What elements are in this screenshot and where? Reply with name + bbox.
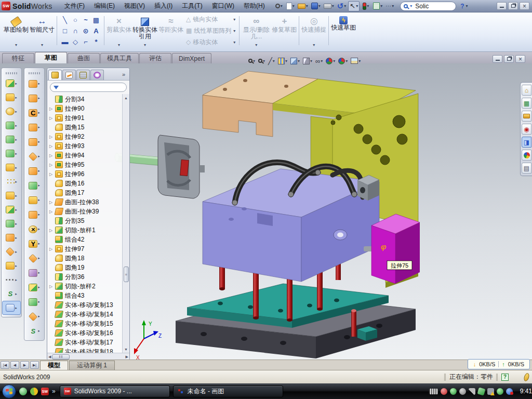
menu-item[interactable]: 窗口(W) — [207, 0, 239, 12]
dropdown-arrow-icon[interactable]: ▸ — [38, 154, 40, 158]
antivirus-tray-icon[interactable] — [441, 388, 447, 395]
feature-tree-item[interactable]: ▷ 拉伸95 — [49, 160, 122, 169]
ribbon-tab[interactable]: 特征 — [2, 53, 34, 63]
rectangle-tool[interactable]: □ — [60, 25, 70, 36]
sketch-text-tool[interactable]: A — [91, 25, 101, 36]
quick-snaps-button[interactable]: ◎ 快速捕捉 ▾ — [301, 14, 327, 47]
dropdown-arrow-icon[interactable]: ▸ — [15, 278, 17, 282]
feature-tree-item[interactable]: ▷ 圆角19 — [49, 263, 122, 272]
dropdown-arrow-icon[interactable]: ▾ — [41, 43, 43, 47]
dropdown-arrow-icon[interactable]: ▸ — [38, 169, 40, 173]
solidworks-resources-tab[interactable]: ⌂ — [522, 85, 531, 96]
extruded-boss-button[interactable]: ▸ — [2, 76, 21, 90]
dropdown-arrow-icon[interactable]: ▾ — [367, 4, 369, 8]
zoom-area-icon[interactable]: ▾ — [258, 59, 265, 63]
dropdown-arrow-icon[interactable]: ▸ — [15, 250, 17, 254]
feature-tree-item[interactable]: ▷ 拉伸91 — [49, 113, 122, 123]
configurationmanager-tab[interactable] — [76, 70, 90, 80]
section-view-icon[interactable]: ▾ — [278, 58, 287, 64]
line-tool[interactable]: ╲ — [60, 15, 70, 25]
taskbar-button-solidworks[interactable]: SW SolidWorks 2009 - ... — [60, 385, 170, 397]
boundary-surface-button[interactable]: ▸ — [25, 178, 44, 193]
linear-sketch-pattern-button[interactable]: ▦ 线性草图阵列 ▾ — [186, 25, 235, 36]
keyboard-tray-icon[interactable] — [429, 389, 438, 394]
customize-button[interactable]: ⋯ ▾ — [384, 1, 395, 11]
combine-button[interactable]: ▸ — [2, 189, 21, 203]
core-button[interactable]: ▸ — [25, 295, 44, 309]
dropdown-arrow-icon[interactable]: ▸ — [38, 285, 40, 289]
custom-properties-tab[interactable]: ▤ — [522, 163, 531, 174]
feature-tree-item[interactable]: ▷ 实体-移动/复制15 — [49, 319, 122, 328]
offset-surface-button[interactable]: ▸ — [25, 149, 44, 164]
fitting-block-gray[interactable] — [357, 175, 379, 201]
reference-plane-button[interactable]: ▸ — [2, 259, 21, 273]
feature-tree-item[interactable]: ▷ 拉伸93 — [49, 141, 122, 151]
dropdown-arrow-icon[interactable]: ▾ — [285, 59, 287, 63]
feature-tree-item[interactable]: ▷ 实体-移动/复制16 — [49, 328, 122, 338]
network-warning-tray-icon[interactable] — [487, 388, 494, 395]
security-shield-tray-icon[interactable] — [450, 388, 457, 395]
shut-off-surfaces-button[interactable]: ▸ — [25, 251, 44, 265]
linear-pattern-button[interactable]: ▸ — [2, 175, 21, 189]
dropdown-arrow-icon[interactable]: ▾ — [144, 43, 146, 47]
menu-item[interactable]: 编辑(E) — [89, 0, 119, 12]
doc-minimize-button[interactable] — [493, 55, 502, 63]
view-orientation-icon[interactable]: ▾ — [290, 58, 300, 64]
feature-tree-item[interactable]: ▷ 曲面-拉伸39 — [49, 207, 122, 216]
rib-button[interactable]: ▸ — [2, 147, 21, 161]
expand-arrow-icon[interactable]: ▷ — [49, 153, 55, 158]
dropdown-arrow-icon[interactable]: ▸ — [38, 329, 40, 333]
tree-filter-input[interactable] — [50, 83, 127, 92]
dropdown-arrow-icon[interactable]: ▾ — [298, 59, 300, 63]
feature-tree-item[interactable]: ▷ 实体-移动/复制13 — [49, 300, 122, 310]
swept-surface-button[interactable]: ▸ — [25, 76, 44, 91]
dropdown-arrow-icon[interactable]: ▸ — [38, 212, 40, 217]
restore-button[interactable] — [508, 2, 518, 10]
tab-nav-button[interactable]: ▶| — [30, 361, 39, 369]
feature-tree-item[interactable]: ▷ 圆角15 — [49, 123, 122, 132]
solidworks-content-tab[interactable]: ◉ — [522, 124, 531, 135]
extruded-surface-button[interactable]: C ▸ — [25, 105, 44, 120]
knit-surface-button[interactable]: ▸ — [25, 135, 44, 149]
messenger-tray-icon[interactable] — [506, 388, 513, 395]
move-entities-button[interactable]: ◇ 移动实体 ▾ — [186, 37, 235, 47]
dropdown-arrow-icon[interactable]: ▸ — [38, 125, 40, 129]
parting-lines-button[interactable]: Y ▸ — [25, 236, 44, 251]
dropdown-arrow-icon[interactable]: ▸ — [15, 166, 17, 170]
search-box[interactable]: ▾ — [400, 2, 456, 11]
revolved-surface-button[interactable]: ▸ — [25, 91, 44, 105]
save-button[interactable]: ▾ — [310, 1, 322, 11]
dropdown-arrow-icon[interactable]: ▾ — [333, 59, 335, 63]
dropdown-arrow-icon[interactable]: ▾ — [310, 59, 312, 63]
messenger-quicklaunch-icon[interactable] — [19, 388, 27, 395]
dropdown-arrow-icon[interactable]: ▾ — [318, 4, 321, 8]
update-tray-icon[interactable] — [459, 388, 466, 395]
undo-button[interactable]: ↺ ▾ — [336, 1, 348, 11]
zoom-fit-icon[interactable]: ▾ — [248, 59, 255, 63]
feature-tree-item[interactable]: ▷ 拉伸97 — [49, 244, 122, 254]
scale-button[interactable]: ▸ — [2, 217, 21, 231]
feature-tree-item[interactable]: ▷ 圆角18 — [49, 254, 122, 263]
model-tab[interactable]: 运动算例 1 — [69, 361, 115, 370]
menu-item[interactable]: 帮助(H) — [239, 0, 270, 12]
spline-tool[interactable]: ~ — [81, 15, 91, 25]
menu-item[interactable]: 视图(V) — [119, 0, 150, 12]
ellipse-tool[interactable]: ⊙ — [81, 25, 91, 36]
feature-tree-item[interactable]: ▷ 组合42 — [49, 235, 122, 244]
dropdown-arrow-icon[interactable]: ▸ — [15, 292, 17, 296]
apply-scene-icon[interactable]: ▾ — [338, 58, 348, 64]
rapid-sketch-button[interactable]: ϟ 快速草图 — [330, 14, 356, 47]
feature-tree-item[interactable]: ▷ 圆角16 — [49, 179, 122, 188]
expand-arrow-icon[interactable]: ▷ — [49, 135, 55, 139]
dropdown-arrow-icon[interactable]: ▸ — [15, 138, 17, 142]
slot-tool[interactable]: ▬ — [60, 36, 70, 47]
dropdown-arrow-icon[interactable]: ▸ — [15, 96, 17, 100]
dropdown-arrow-icon[interactable]: ▸ — [15, 236, 17, 240]
dropdown-arrow-icon[interactable]: ▸ — [38, 256, 40, 260]
instant3d-toggle[interactable]: ▸ — [2, 301, 21, 315]
dropdown-arrow-icon[interactable]: ▾ — [358, 59, 361, 63]
menu-item[interactable]: 插入(I) — [150, 0, 177, 12]
dropdown-arrow-icon[interactable]: ▸ — [15, 306, 17, 310]
tree-vertical-scrollbar[interactable]: ▲ ≡ ▼ — [122, 94, 129, 353]
design-library-tab[interactable]: ▦ — [522, 98, 531, 109]
